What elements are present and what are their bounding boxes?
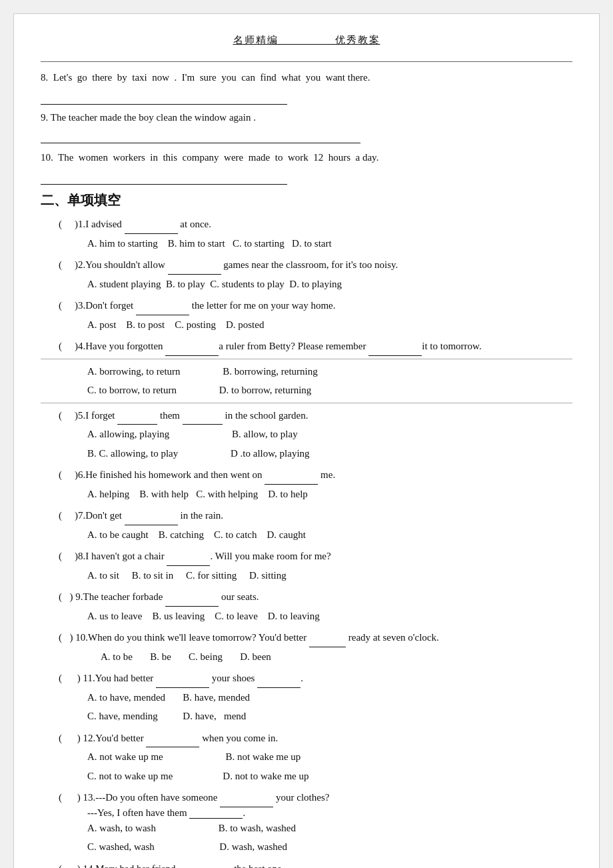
- sentence-9: 9. The teacher made the boy clean the wi…: [41, 109, 572, 145]
- sentence-10: 10. The women workers in this company we…: [41, 149, 572, 185]
- question-4: ( )4.Have you forgotten a ruler from Bet…: [41, 337, 572, 403]
- question-5: ( )5.I forget them in the school garden.…: [41, 406, 572, 463]
- question-12: ( ) 12.You'd better when you come in. A.…: [41, 729, 572, 786]
- question-14: ( ) 14.Mary had her friend the best one.…: [41, 859, 572, 869]
- section2-header: 二、单项填空: [41, 191, 572, 209]
- question-13: ( ) 13.---Do you often have someone your…: [41, 788, 572, 857]
- question-10: ( ) 10.When do you think we'll leave tom…: [41, 628, 572, 666]
- question-9: ( ) 9.The teacher forbade our seats. A. …: [41, 587, 572, 625]
- page-title: 名师精编＿＿＿＿＿优秀教案: [41, 34, 572, 47]
- sentence-8: 8. Let's go there by taxi now . I'm sure…: [41, 69, 572, 105]
- question-7: ( )7.Don't get in the rain. A. to be cau…: [41, 506, 572, 544]
- question-11: ( ) 11.You had better your shoes . A. to…: [41, 669, 572, 726]
- question-2: ( )2.You shouldn't allow games near the …: [41, 255, 572, 293]
- question-6: ( )6.He finished his homework and then w…: [41, 465, 572, 503]
- question-3: ( )3.Don't forget the letter for me on y…: [41, 296, 572, 334]
- question-8: ( )8.I haven't got a chair . Will you ma…: [41, 547, 572, 585]
- question-1: ( )1.I advised at once. A. him to starti…: [41, 215, 572, 253]
- page: 名师精编＿＿＿＿＿优秀教案 8. Let's go there by taxi …: [13, 13, 600, 868]
